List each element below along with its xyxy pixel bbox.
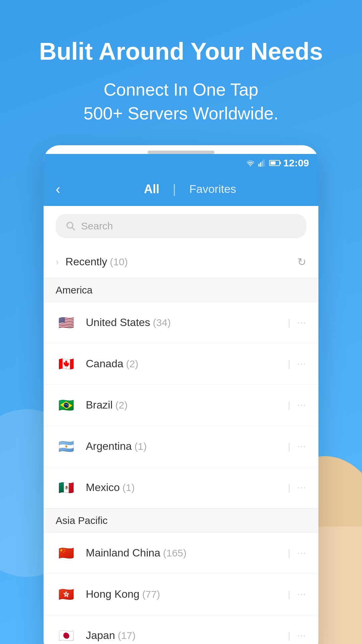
- list-item[interactable]: 🇯🇵 Japan (17) | ···: [44, 615, 318, 644]
- row-divider: |: [288, 548, 290, 558]
- nav-tabs: All | Favorites: [74, 182, 306, 196]
- signal-icon: [258, 159, 266, 167]
- country-name: Mainland China: [86, 547, 160, 559]
- recently-row[interactable]: › Recently (10) ↻: [44, 246, 318, 278]
- back-button[interactable]: ‹: [56, 181, 60, 197]
- search-container: Search: [44, 206, 318, 246]
- svg-line-5: [72, 227, 75, 230]
- more-button[interactable]: ···: [297, 317, 306, 328]
- svg-rect-3: [263, 159, 264, 167]
- hero-subtitle: Connect In One Tap 500+ Servers Worldwid…: [0, 78, 362, 125]
- country-count: (34): [153, 317, 171, 328]
- recently-chevron-icon: ›: [56, 257, 59, 267]
- status-time: 12:09: [283, 157, 309, 169]
- list-item[interactable]: 🇨🇦 Canada (2) | ···: [44, 343, 318, 385]
- recently-count: (10): [110, 256, 128, 268]
- country-count: (165): [163, 547, 186, 559]
- country-count: (17): [118, 630, 135, 641]
- list-item[interactable]: 🇲🇽 Mexico (1) | ···: [44, 467, 318, 508]
- list-item[interactable]: 🇭🇰 Hong Kong (77) | ···: [44, 574, 318, 615]
- more-button[interactable]: ···: [297, 441, 306, 451]
- flag-brazil: 🇧🇷: [56, 395, 76, 416]
- flag-japan: 🇯🇵: [56, 625, 76, 644]
- country-count: (1): [122, 482, 135, 493]
- row-divider: |: [288, 589, 290, 600]
- country-count: (77): [142, 589, 160, 600]
- row-divider: |: [288, 400, 290, 411]
- section-america: America: [44, 278, 318, 302]
- country-name: Mexico: [86, 481, 120, 494]
- flag-canada: 🇨🇦: [56, 354, 76, 374]
- more-button[interactable]: ···: [297, 400, 306, 410]
- row-divider: |: [288, 630, 290, 641]
- flag-mainland-china: 🇨🇳: [56, 543, 76, 564]
- row-divider: |: [288, 317, 290, 328]
- country-name: Brazil: [86, 399, 113, 411]
- country-name: Japan: [86, 629, 115, 642]
- hero-section: Bulit Around Your Needs Connect In One T…: [0, 0, 362, 125]
- search-bar[interactable]: Search: [56, 214, 306, 238]
- flag-united-states: 🇺🇸: [56, 312, 76, 333]
- list-item[interactable]: 🇨🇳 Mainland China (165) | ···: [44, 533, 318, 574]
- search-icon: [66, 221, 76, 231]
- row-divider: |: [288, 359, 290, 369]
- tab-all[interactable]: All: [130, 182, 173, 196]
- row-divider: |: [288, 441, 290, 452]
- list-item[interactable]: 🇺🇸 United States (34) | ···: [44, 302, 318, 343]
- country-name: Hong Kong: [86, 588, 139, 600]
- status-bar: 12:09: [44, 154, 318, 172]
- list-item[interactable]: 🇧🇷 Brazil (2) | ···: [44, 385, 318, 426]
- more-button[interactable]: ···: [297, 630, 306, 641]
- nav-bar: ‹ All | Favorites: [44, 172, 318, 206]
- phone-mockup: 12:09 ‹ All | Favorites Search › Recentl…: [44, 145, 318, 644]
- svg-point-4: [67, 222, 73, 228]
- row-divider: |: [288, 482, 290, 493]
- flag-mexico: 🇲🇽: [56, 477, 76, 498]
- flag-argentina: 🇦🇷: [56, 436, 76, 457]
- country-name: Argentina: [86, 440, 132, 452]
- more-button[interactable]: ···: [297, 359, 306, 369]
- recently-label: Recently: [65, 256, 107, 268]
- battery-icon: [269, 160, 280, 166]
- tab-divider: |: [173, 182, 176, 196]
- svg-rect-2: [262, 161, 263, 167]
- list-item[interactable]: 🇦🇷 Argentina (1) | ···: [44, 426, 318, 467]
- country-name: United States: [86, 316, 150, 329]
- country-name: Canada: [86, 358, 123, 370]
- country-count: (1): [134, 441, 147, 452]
- more-button[interactable]: ···: [297, 482, 306, 493]
- wifi-icon: [246, 159, 255, 167]
- refresh-icon[interactable]: ↻: [297, 256, 306, 268]
- country-count: (2): [126, 358, 138, 370]
- more-button[interactable]: ···: [297, 548, 306, 558]
- svg-rect-1: [260, 162, 261, 167]
- hero-title: Bulit Around Your Needs: [0, 37, 362, 66]
- status-icons: 12:09: [246, 157, 309, 169]
- search-placeholder: Search: [81, 220, 113, 232]
- country-count: (2): [115, 399, 128, 411]
- phone-notch: [147, 151, 215, 154]
- flag-hong-kong: 🇭🇰: [56, 584, 76, 605]
- svg-rect-0: [258, 164, 259, 167]
- more-button[interactable]: ···: [297, 589, 306, 599]
- tab-favorites[interactable]: Favorites: [176, 182, 250, 196]
- section-asia-pacific: Asia Pacific: [44, 508, 318, 533]
